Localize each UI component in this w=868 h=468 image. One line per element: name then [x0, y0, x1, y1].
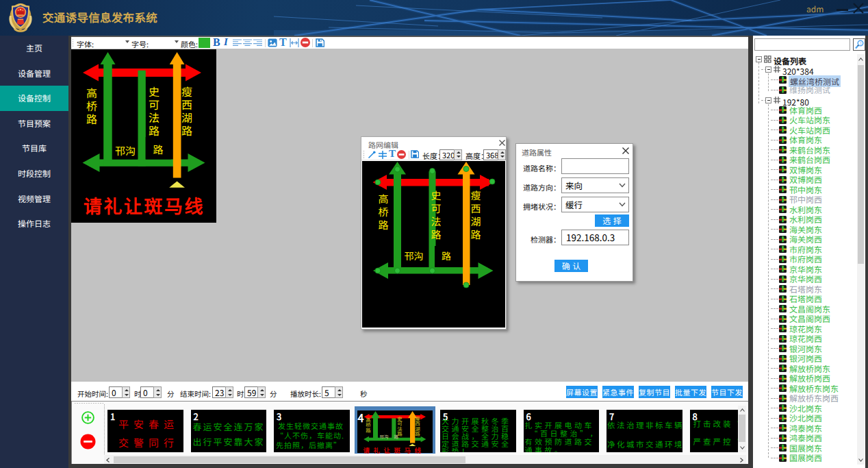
- svg-text:3: 3: [860, 40, 862, 46]
